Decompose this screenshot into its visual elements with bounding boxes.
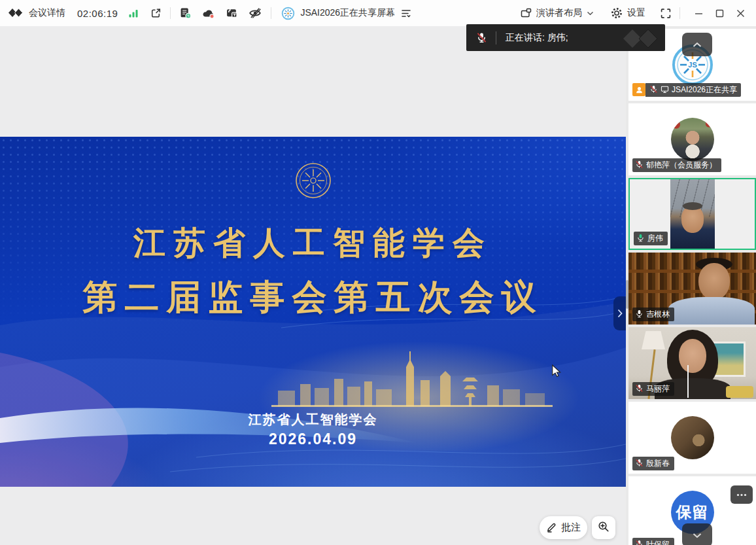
mic-on-icon [635, 309, 644, 320]
layout-button[interactable]: 演讲者布局 [521, 7, 594, 19]
participant-label: 马丽萍 [632, 382, 674, 396]
settings-button[interactable]: 设置 [611, 7, 645, 19]
slide-title-line2: 第二届监事会第五次会议 [0, 274, 626, 321]
meeting-window: 会议详情 02:06:19 [0, 0, 756, 545]
speaking-toast-text: 正在讲话: 房伟; [506, 32, 568, 44]
mic-muted-icon [649, 85, 658, 96]
participant-label: 郁艳萍（会员服务） [632, 158, 721, 172]
chevron-right-icon [617, 309, 623, 318]
participant-label: 叶保留 [632, 538, 674, 545]
annotate-button[interactable]: 批注 [540, 516, 587, 539]
host-badge-icon [632, 83, 645, 96]
participant-label: 房伟 [634, 232, 668, 245]
hide-view-icon[interactable] [248, 7, 262, 19]
annotate-button-label: 批注 [561, 521, 581, 534]
magnifier-plus-icon [598, 521, 610, 535]
participant-tile-jigenlin[interactable]: 吉根林 [628, 253, 756, 325]
slide-emblem-icon [294, 162, 332, 202]
avatar [671, 118, 714, 161]
sidebar-scrollbar[interactable] [626, 280, 628, 309]
cloud-status-icon[interactable] [202, 8, 215, 19]
layout-icon [521, 8, 532, 18]
fullscreen-button[interactable] [660, 8, 672, 19]
participant-tile-yinxinchun[interactable]: 殷新春 [628, 402, 756, 474]
app-logo-icon [8, 7, 25, 20]
slide-footer-date: 2026.04.09 [0, 431, 626, 448]
titlebar: 会议详情 02:06:19 [0, 0, 756, 26]
pop-out-window-icon[interactable] [150, 8, 162, 18]
shared-screen-area: 江苏省人工智能学会 第二届监事会第五次会议 [0, 26, 626, 545]
participant-name: 殷新春 [646, 458, 670, 469]
participant-tile-yuyanping[interactable]: 郁艳萍（会员服务） [628, 103, 756, 175]
caption-broadcast-icon[interactable] [226, 7, 238, 19]
layout-button-label: 演讲者布局 [536, 7, 582, 19]
slide-skyline [271, 350, 553, 408]
screen-share-icon [661, 85, 669, 96]
slide-title-line1: 江苏省人工智能学会 [0, 222, 626, 265]
zoom-in-button[interactable] [592, 516, 615, 539]
participant-name: 马丽萍 [646, 383, 670, 395]
network-signal-icon[interactable] [128, 9, 139, 18]
speaking-toast: 正在讲话: 房伟; [466, 24, 665, 51]
next-page-tab[interactable] [613, 296, 626, 330]
presentation-slide: 江苏省人工智能学会 第二届监事会第五次会议 [0, 137, 626, 487]
close-button[interactable] [730, 0, 751, 26]
settings-button-label: 设置 [627, 7, 645, 19]
participant-label: 吉根林 [632, 308, 674, 321]
participant-label: JSAI2026正在共享 [632, 83, 741, 97]
pen-icon [546, 521, 557, 535]
mic-muted-icon [476, 32, 487, 43]
mic-muted-icon [635, 160, 644, 171]
svg-text:JS: JS [688, 61, 696, 69]
participant-label: 殷新春 [632, 457, 674, 470]
gear-icon [611, 7, 623, 19]
meeting-details-button[interactable]: 会议详情 [29, 7, 65, 19]
avatar [671, 416, 714, 459]
docs-status-icon[interactable] [179, 7, 192, 19]
watermark-logo-icon [621, 26, 664, 51]
participant-tile-fangwei[interactable]: 房伟 [628, 178, 756, 250]
mic-muted-icon [635, 384, 644, 395]
sharing-status-text: JSAI2026正在共享屏幕 [300, 7, 395, 19]
participant-name: 郁艳萍（会员服务） [646, 160, 717, 171]
maximize-button[interactable] [709, 0, 730, 26]
ellipsis-icon [736, 493, 747, 497]
mic-muted-icon [635, 459, 644, 469]
chevron-down-icon [693, 533, 702, 538]
participants-sidebar: JS JSAI2026正在共享 [626, 26, 756, 545]
collapse-sidebar-button[interactable] [682, 33, 712, 56]
slide-footer-org: 江苏省人工智能学会 [0, 411, 626, 429]
chevron-down-icon [587, 11, 594, 16]
avatar-initials: 保留 [676, 502, 709, 523]
participant-name: 房伟 [647, 233, 663, 244]
scroll-down-button[interactable] [682, 523, 712, 545]
meeting-timer: 02:06:19 [77, 8, 118, 19]
participant-name: JSAI2026正在共享 [672, 84, 737, 96]
more-options-button[interactable] [730, 485, 753, 504]
jsai-logo-icon [281, 7, 295, 20]
participant-tile-maliping[interactable]: 马丽萍 [628, 327, 756, 399]
chevron-up-icon [693, 42, 702, 48]
mic-muted-icon [635, 540, 644, 545]
mic-active-icon [636, 234, 645, 244]
participant-name: 吉根林 [646, 309, 670, 320]
minimize-button[interactable] [688, 0, 709, 26]
mouse-cursor [551, 364, 561, 380]
participant-name: 叶保留 [646, 539, 670, 545]
list-icon[interactable] [401, 9, 411, 18]
